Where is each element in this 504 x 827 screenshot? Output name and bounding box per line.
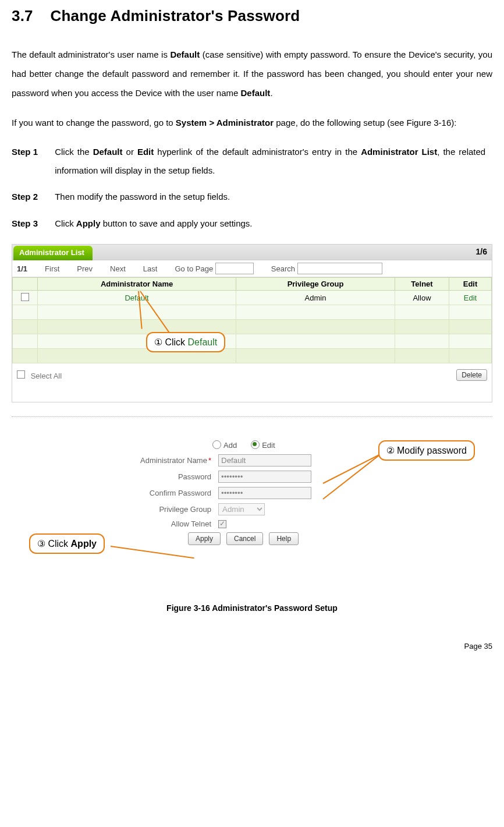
nav-prev[interactable]: Prev [77,264,93,273]
page-indicator: 1/1 [17,264,27,273]
tab-header: Administrator List 1/6 [12,245,492,260]
step-2-label: Step 2 [12,188,52,206]
step-2-text: Then modify the password in the setup fi… [55,188,485,206]
step-1: Step 1 Click the Default or Edit hyperli… [12,143,492,179]
label-allow-telnet: Allow Telnet [107,519,218,528]
cell-group: Admin [236,291,395,305]
apply-button[interactable]: Apply [188,532,221,545]
table-row [13,320,492,334]
allow-telnet-checkbox[interactable]: ✓ [218,520,226,528]
row-admin-name: Administrator Name [107,454,397,466]
admin-edit-form: Add Edit Administrator Name Password Con… [107,440,397,545]
search-area: Search [271,263,382,274]
list-footer: Select All Delete [12,363,492,387]
form-buttons: Apply Cancel Help [188,532,397,545]
row-allow-telnet: Allow Telnet ✓ [107,519,397,528]
col-group: Privilege Group [236,278,395,291]
cell-telnet: Allow [395,291,449,305]
step-3-label: Step 3 [12,214,52,233]
callout-pointer [111,546,194,559]
table-row [13,349,492,363]
figure-caption: Figure 3-16 Administrator's Password Set… [12,603,492,613]
row-password: Password [107,471,397,483]
col-telnet: Telnet [395,278,449,291]
label-confirm-password: Confirm Password [107,489,218,497]
step-3: Step 3 Click Apply button to save and ap… [12,214,492,233]
callout-click-apply: ③ Click Apply [29,533,105,554]
step-3-text: Click Apply button to save and apply you… [55,214,485,233]
radio-icon [212,440,221,449]
label-admin-name: Administrator Name [107,456,218,465]
table-row [13,305,492,320]
step-1-text: Click the Default or Edit hyperlink of t… [55,143,485,179]
row-priv-group: Privilege Group Admin [107,503,397,515]
table-row [13,334,492,349]
nav-first[interactable]: First [45,264,59,273]
section-heading: 3.7 Change Administrator's Password [12,7,492,25]
table-header-row: Administrator Name Privilege Group Telne… [13,278,492,291]
delete-button[interactable]: Delete [456,369,487,381]
nav-next[interactable]: Next [110,264,126,273]
step-2: Step 2 Then modify the password in the s… [12,188,492,206]
col-name: Administrator Name [38,278,236,291]
paragraph-2: If you want to change the password, go t… [12,113,492,132]
edit-radio[interactable]: Edit [251,440,275,450]
label-password: Password [107,472,218,481]
mode-radios: Add Edit [107,440,397,450]
confirm-password-field[interactable] [218,487,311,499]
edit-link[interactable]: Edit [464,294,477,302]
admin-list-screenshot: Administrator List 1/6 1/1 First Prev Ne… [12,244,492,402]
label-priv-group: Privilege Group [107,505,218,514]
help-button[interactable]: Help [269,532,299,545]
check-icon: ✓ [219,519,225,528]
row-checkbox[interactable] [21,293,29,301]
section-divider [12,416,492,417]
password-field[interactable] [218,471,311,483]
select-all-checkbox[interactable] [17,370,25,379]
intro-block: The default administrator's user name is… [12,45,492,132]
step-1-label: Step 1 [12,143,52,161]
callout-modify-password: ② Modify password [378,440,475,461]
radio-icon [251,440,260,449]
priv-group-select[interactable]: Admin [218,503,265,515]
goto-page: Go to Page [175,263,253,274]
table-row: Default Admin Allow Edit [13,291,492,305]
admin-name-field[interactable] [218,454,311,466]
section-number: 3.7 [12,7,33,24]
callout-click-default: ① Click Default [146,332,225,352]
page-number: Page 35 [12,642,492,651]
search-input[interactable] [297,263,382,274]
add-radio[interactable]: Add [212,440,237,450]
list-toolbar: 1/1 First Prev Next Last Go to Page Sear… [12,260,492,277]
form-screenshot-wrapper: Add Edit Administrator Name Password Con… [12,440,492,586]
admin-table: Administrator Name Privilege Group Telne… [12,277,492,363]
record-counter: 1/6 [476,247,487,256]
paragraph-1: The default administrator's user name is… [12,45,492,103]
row-confirm-password: Confirm Password [107,487,397,499]
nav-last[interactable]: Last [143,264,158,273]
section-title-text: Change Administrator's Password [50,7,300,24]
goto-input[interactable] [215,263,254,274]
col-edit: Edit [449,278,492,291]
cancel-button[interactable]: Cancel [226,532,263,545]
select-all[interactable]: Select All [17,370,62,380]
admin-list-tab[interactable]: Administrator List [13,246,93,260]
